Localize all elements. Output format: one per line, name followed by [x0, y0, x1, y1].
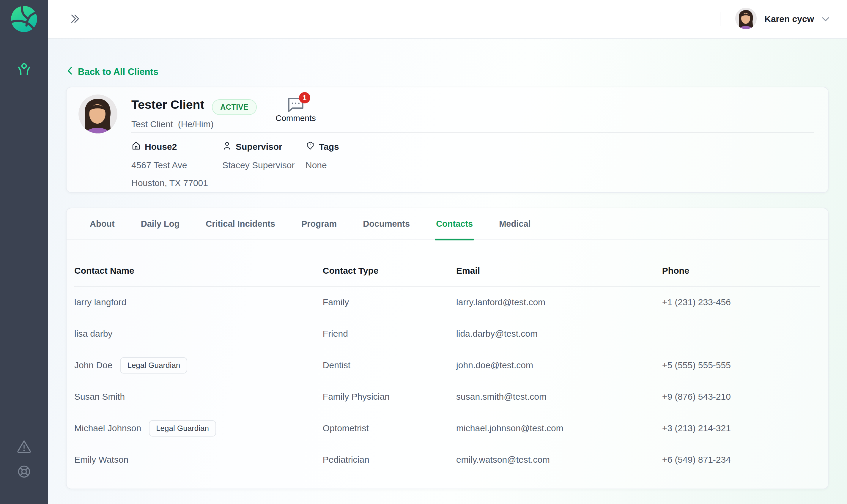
contact-name: Michael Johnson [74, 423, 141, 433]
chevron-left-icon [66, 66, 74, 78]
tags-label: Tags [319, 142, 339, 152]
contact-name-cell: John DoeLegal Guardian [74, 357, 323, 374]
contact-type-cell: Dentist [323, 360, 456, 370]
tab-program[interactable]: Program [300, 208, 338, 240]
user-menu[interactable]: Karen cycw [720, 8, 831, 30]
contact-email-cell: michael.johnson@test.com [456, 423, 662, 433]
contact-name-cell: Susan Smith [74, 392, 323, 402]
table-row[interactable]: lisa darbyFriendlida.darby@test.com [74, 318, 820, 349]
back-link-label: Back to All Clients [78, 67, 158, 77]
client-title-row: Tester Client ACTIVE Test Client (He/Him… [131, 93, 817, 132]
app-logo[interactable] [10, 5, 38, 34]
contacts-table-header: Contact NameContact TypeEmailPhone [74, 240, 820, 287]
table-row[interactable]: Michael JohnsonLegal GuardianOptometrist… [74, 412, 820, 444]
contact-name: lisa darby [74, 329, 112, 339]
tab-about[interactable]: About [89, 208, 116, 240]
comments-label: Comments [275, 113, 316, 123]
contacts-table-body: larry langfordFamilylarry.lanford@test.c… [74, 287, 820, 475]
contact-name-cell: lisa darby [74, 329, 323, 339]
person-icon [222, 141, 232, 152]
sidebar-item-help[interactable] [16, 464, 32, 480]
table-row[interactable]: Susan SmithFamily Physiciansusan.smith@t… [74, 381, 820, 412]
column-header-contact-name: Contact Name [74, 266, 323, 276]
person-raised-arms-icon [16, 61, 33, 79]
tabs: AboutDaily LogCritical IncidentsProgramD… [67, 208, 828, 240]
sidebar-expand-button[interactable] [69, 13, 81, 26]
chevron-down-icon [821, 14, 831, 24]
column-header-email: Email [456, 266, 662, 276]
contact-name: Susan Smith [74, 392, 125, 402]
back-to-all-clients-link[interactable]: Back to All Clients [66, 66, 158, 78]
client-avatar [78, 94, 118, 133]
contact-phone-cell: +3 (213) 214-321 [662, 423, 820, 433]
tag-icon [306, 141, 315, 152]
comments-count-badge: 1 [299, 92, 310, 103]
tab-documents[interactable]: Documents [362, 208, 411, 240]
column-header-contact-type: Contact Type [323, 266, 456, 276]
contact-name-cell: larry langford [74, 297, 323, 307]
sidebar [0, 0, 48, 504]
client-subtitle: Test Client (He/Him) [131, 119, 257, 129]
user-avatar [735, 8, 757, 30]
client-name: Tester Client [131, 98, 204, 111]
contact-phone-cell: +9 (876) 543-210 [662, 392, 820, 402]
supervisor-label: Supervisor [236, 142, 282, 152]
table-row[interactable]: larry langfordFamilylarry.lanford@test.c… [74, 287, 820, 318]
house-info: House2 4567 Test Ave Houston, TX 77001 [131, 141, 222, 188]
warning-triangle-icon [16, 439, 32, 455]
contact-phone-cell: +6 (549) 871-234 [662, 455, 820, 465]
contact-email-cell: lida.darby@test.com [456, 329, 662, 339]
contact-name: larry langford [74, 297, 126, 307]
contact-email-cell: susan.smith@test.com [456, 392, 662, 402]
supervisor-value: Stacey Supervisor [222, 160, 306, 170]
column-header-phone: Phone [662, 266, 820, 276]
double-chevron-right-icon [69, 13, 81, 26]
topbar: Karen cycw [48, 0, 847, 39]
contact-type-cell: Optometrist [323, 423, 456, 433]
house-icon [131, 141, 141, 152]
leaf-logo-icon [10, 5, 38, 34]
contact-phone-cell: +1 (231) 233-456 [662, 297, 820, 307]
sidebar-item-clients[interactable] [16, 61, 33, 79]
tags-value: None [306, 160, 339, 170]
tab-contacts[interactable]: Contacts [435, 208, 474, 240]
app-root: Karen cycw Back to All Clients [0, 0, 847, 504]
client-header-card: Tester Client ACTIVE Test Client (He/Him… [66, 87, 829, 193]
contact-type-cell: Family [323, 297, 456, 307]
legal-guardian-badge: Legal Guardian [120, 357, 187, 374]
table-row[interactable]: Emily WatsonPediatricianemily.watson@tes… [74, 444, 820, 475]
contact-name: John Doe [74, 360, 112, 370]
comments-button[interactable]: 1 Comments [276, 96, 315, 123]
user-name: Karen cycw [764, 14, 814, 24]
contact-phone-cell: +5 (555) 555-555 [662, 360, 820, 370]
tags-info: Tags None [306, 141, 339, 188]
main-area: Karen cycw Back to All Clients [48, 0, 847, 504]
contact-type-cell: Friend [323, 329, 456, 339]
topbar-divider [720, 12, 720, 26]
page-content: Back to All Clients [48, 39, 847, 504]
tab-critical-incidents[interactable]: Critical Incidents [204, 208, 276, 240]
tab-medical[interactable]: Medical [498, 208, 532, 240]
table-row[interactable]: John DoeLegal GuardianDentistjohn.doe@te… [74, 349, 820, 381]
contact-email-cell: larry.lanford@test.com [456, 297, 662, 307]
supervisor-info: Supervisor Stacey Supervisor [222, 141, 306, 188]
client-info: Tester Client ACTIVE Test Client (He/Him… [131, 93, 817, 192]
sidebar-item-alerts[interactable] [16, 439, 32, 455]
contact-type-cell: Family Physician [323, 392, 456, 402]
house-address-line1: 4567 Test Ave [131, 160, 222, 170]
client-details-row: House2 4567 Test Ave Houston, TX 77001 [131, 133, 817, 188]
client-tabs-card: AboutDaily LogCritical IncidentsProgramD… [66, 208, 829, 489]
contact-email-cell: emily.watson@test.com [456, 455, 662, 465]
house-label: House2 [145, 142, 177, 152]
legal-guardian-badge: Legal Guardian [149, 420, 216, 436]
house-address-line2: Houston, TX 77001 [131, 178, 222, 188]
contact-name-cell: Emily Watson [74, 455, 323, 465]
comments-bubble-icon [287, 109, 305, 114]
contact-email-cell: john.doe@test.com [456, 360, 662, 370]
client-name-block: Tester Client ACTIVE Test Client (He/Him… [131, 98, 257, 129]
contacts-table: Contact NameContact TypeEmailPhone larry… [67, 240, 828, 488]
contact-name-cell: Michael JohnsonLegal Guardian [74, 420, 323, 436]
contact-name: Emily Watson [74, 455, 128, 465]
life-ring-icon [16, 464, 32, 480]
tab-daily-log[interactable]: Daily Log [140, 208, 181, 240]
